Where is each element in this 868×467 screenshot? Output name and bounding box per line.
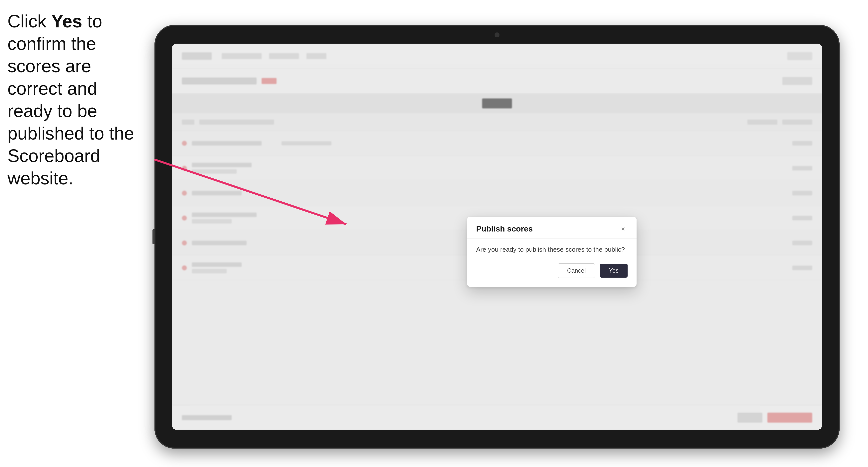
dialog-actions: Cancel Yes xyxy=(476,263,627,278)
dialog-message: Are you ready to publish these scores to… xyxy=(476,246,627,253)
publish-dialog: Publish scores × Are you ready to publis… xyxy=(467,217,637,287)
instruction-text: Click Yes to confirm the scores are corr… xyxy=(7,10,147,189)
dialog-body: Are you ready to publish these scores to… xyxy=(467,239,637,287)
yes-bold: Yes xyxy=(51,11,82,31)
dialog-close-button[interactable]: × xyxy=(619,224,627,234)
yes-button[interactable]: Yes xyxy=(600,263,627,278)
modal-overlay: Publish scores × Are you ready to publis… xyxy=(172,43,822,430)
dialog-title: Publish scores xyxy=(476,224,533,234)
tablet-screen: Publish scores × Are you ready to publis… xyxy=(172,43,822,430)
cancel-button[interactable]: Cancel xyxy=(558,263,595,278)
dialog-header: Publish scores × xyxy=(467,217,637,239)
tablet-frame: Publish scores × Are you ready to publis… xyxy=(154,25,840,448)
